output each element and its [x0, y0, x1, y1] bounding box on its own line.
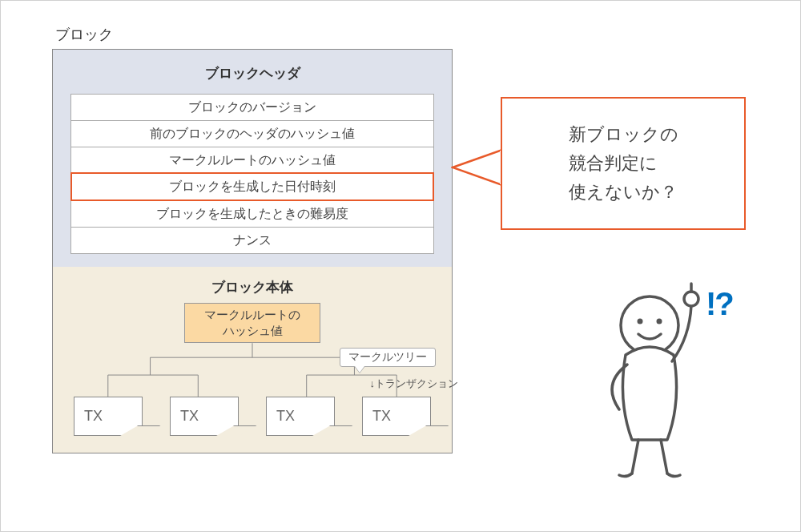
header-row-merkle-root: マークルルートのハッシュ値 [70, 147, 434, 173]
tx-box: TX [74, 397, 143, 435]
header-row-prev-hash: 前のブロックのヘッダのハッシュ値 [70, 120, 434, 147]
header-row-timestamp: ブロックを生成した日付時刻 [70, 172, 434, 201]
svg-point-12 [621, 296, 678, 354]
svg-line-18 [661, 440, 667, 474]
speech-bubble: 新ブロックの競合判定に使えないか？ [501, 97, 746, 230]
block-body-title: ブロック本体 [70, 278, 434, 296]
svg-point-15 [684, 292, 698, 306]
tx-box: TX [266, 397, 335, 435]
block-box: ブロックヘッダ ブロックのバージョン 前のブロックのヘッダのハッシュ値 マークル… [52, 49, 453, 453]
block-header-title: ブロックヘッダ [70, 64, 434, 83]
header-row-difficulty: ブロックを生成したときの難易度 [70, 200, 434, 227]
svg-marker-10 [453, 150, 502, 185]
tx-row: TX TX TX TX [70, 397, 434, 435]
block-header-section: ブロックヘッダ ブロックのバージョン 前のブロックのヘッダのハッシュ値 マークル… [53, 50, 452, 267]
merkle-tree-label: マークルツリー [340, 348, 436, 367]
speech-tail-icon [451, 148, 504, 187]
tx-box: TX [170, 397, 239, 435]
block-title: ブロック [52, 25, 453, 44]
block-outer: ブロック ブロックヘッダ ブロックのバージョン 前のブロックのヘッダのハッシュ値… [52, 25, 453, 453]
svg-point-13 [638, 319, 643, 324]
header-rows: ブロックのバージョン 前のブロックのヘッダのハッシュ値 マークルルートのハッシュ… [70, 94, 434, 254]
block-body-section: ブロック本体 マークルルートのハッシュ値 [53, 267, 452, 453]
merkle-tree-area: マークルツリー ↓トランザクション TX TX TX TX [70, 343, 434, 435]
diagram-canvas: ブロック ブロックヘッダ ブロックのバージョン 前のブロックのヘッダのハッシュ値… [0, 0, 801, 532]
header-row-nonce: ナンス [70, 227, 434, 254]
character-icon [570, 281, 730, 482]
merkle-root-box: マークルルートのハッシュ値 [184, 303, 320, 343]
transaction-label: ↓トランザクション [370, 377, 459, 391]
svg-point-14 [657, 319, 662, 324]
svg-line-17 [632, 440, 638, 474]
tx-box: TX [362, 397, 431, 435]
header-row-version: ブロックのバージョン [70, 94, 434, 120]
